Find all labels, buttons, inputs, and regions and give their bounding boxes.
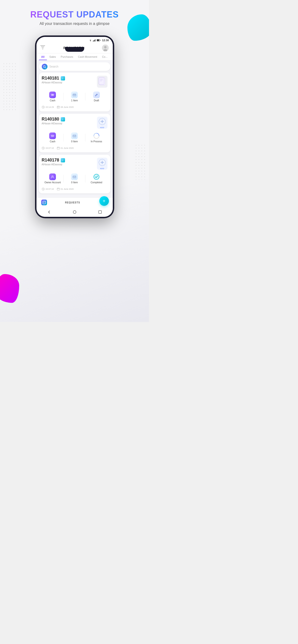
- clock-icon: [42, 188, 45, 190]
- svg-rect-51: [57, 147, 60, 149]
- svg-rect-67: [57, 188, 60, 190]
- svg-rect-7: [100, 40, 100, 41]
- process-icon: [93, 132, 100, 139]
- tab-purchases[interactable]: Purchases: [58, 54, 76, 60]
- svg-line-33: [43, 107, 44, 108]
- time-item: 15:07:10: [42, 188, 54, 190]
- phone-frame: 12:30 REQUESTS: [35, 36, 114, 218]
- svg-rect-3: [94, 40, 95, 42]
- svg-line-12: [45, 67, 46, 68]
- date-text: 01 June 2020: [61, 147, 74, 149]
- android-nav-bar: [37, 208, 113, 217]
- status-time: 12:30: [102, 39, 109, 42]
- nav-requests-label: REQUESTS: [65, 201, 80, 204]
- chevron-badge: ›: [61, 158, 65, 162]
- filter-icon[interactable]: [40, 45, 45, 50]
- fab-add-button[interactable]: +: [99, 196, 109, 206]
- time-text: 15:14:29: [46, 106, 54, 108]
- request-id: R140180: [42, 117, 59, 122]
- tab-all[interactable]: All: [39, 54, 47, 60]
- request-id: R140181: [42, 76, 59, 81]
- avatar[interactable]: [102, 44, 109, 51]
- card-owner: AlHasan AlDasooqi: [42, 163, 65, 166]
- chip-cash: Cash: [42, 131, 64, 144]
- svg-point-62: [93, 174, 100, 180]
- tab-cash-movement[interactable]: Cash Movement: [76, 54, 100, 60]
- android-home-button[interactable]: [72, 210, 77, 214]
- svg-point-0: [90, 41, 91, 42]
- android-recents-button[interactable]: [98, 210, 102, 214]
- chip-owner: Owner Account: [42, 172, 64, 185]
- add-thumb-label: ADD: [100, 126, 104, 129]
- status-icons: [89, 39, 100, 42]
- nav-requests-icon[interactable]: [41, 200, 47, 205]
- item-label: 0 Item: [71, 181, 78, 184]
- phone-notch: [65, 47, 84, 52]
- svg-rect-34: [57, 106, 60, 108]
- completed-label: Completed: [91, 181, 102, 184]
- date-text: 01 June 2020: [61, 188, 74, 190]
- calendar-icon: [57, 146, 60, 150]
- status-bar: 12:30: [37, 37, 113, 43]
- request-id: R140178: [42, 158, 59, 163]
- cash-icon: [49, 92, 56, 98]
- cash-label: Cash: [50, 99, 55, 102]
- card-thumbnail-add: ADD: [97, 158, 107, 170]
- svg-point-43: [52, 135, 53, 136]
- svg-rect-25: [73, 94, 76, 96]
- card-owner: AlHasan AlDasooqi: [42, 81, 65, 84]
- svg-rect-75: [99, 210, 101, 214]
- item-icon: [71, 92, 78, 98]
- bottom-nav: REQUESTS +: [37, 198, 113, 208]
- chip-draft: Draft: [85, 90, 107, 103]
- request-card-r140180[interactable]: R140180 › AlHasan AlDasooqi: [39, 114, 110, 152]
- android-back-button[interactable]: [47, 210, 52, 214]
- date-item: 08 June 2020: [57, 106, 74, 108]
- svg-point-58: [52, 176, 53, 177]
- svg-rect-44: [73, 135, 76, 137]
- card-chips-row: Cash 0 Item: [42, 131, 107, 144]
- tab-sales[interactable]: Sales: [47, 54, 59, 60]
- card-datetime: 15:07:10 01 June 2020: [42, 188, 107, 190]
- search-placeholder: Search: [49, 65, 59, 68]
- svg-rect-2: [94, 40, 94, 42]
- svg-point-9: [104, 46, 106, 48]
- add-thumb-label: ADD: [100, 168, 104, 170]
- item-icon: [71, 132, 78, 139]
- battery-icon: [97, 39, 100, 42]
- time-item: 15:14:29: [42, 106, 54, 108]
- cash-icon: [49, 132, 56, 139]
- request-card-r140178[interactable]: R140178 › AlHasan AlDasooqi: [39, 155, 110, 193]
- chevron-badge: ›: [61, 117, 65, 122]
- item-label: 0 Item: [71, 140, 78, 143]
- card-chips-row: Owner Account 0 Item: [42, 172, 107, 185]
- date-text: 08 June 2020: [61, 106, 74, 108]
- svg-point-74: [73, 210, 76, 214]
- card-thumbnail-document: [97, 76, 107, 88]
- svg-rect-38: [58, 107, 58, 108]
- svg-rect-59: [73, 176, 76, 178]
- wifi-icon: [89, 39, 92, 42]
- chip-item: 1 Item: [64, 90, 85, 103]
- time-text: 15:07:10: [46, 188, 54, 190]
- chip-completed: Completed: [85, 172, 107, 185]
- chip-item: 0 Item: [64, 172, 85, 185]
- calendar-icon: [57, 106, 60, 108]
- chip-cash: Cash: [42, 90, 64, 103]
- chip-inprocess: In Process: [85, 131, 107, 144]
- chip-item: 0 Item: [64, 131, 85, 144]
- calendar-icon: [57, 188, 60, 190]
- card-datetime: 15:07:10 01 June 2020: [42, 146, 107, 150]
- request-card-r140181[interactable]: R140181 › AlHasan AlDasooqi: [39, 73, 110, 112]
- draft-icon: [93, 92, 100, 98]
- search-bar[interactable]: Search: [39, 62, 110, 71]
- card-datetime: 15:14:29 08 June 2020: [42, 106, 107, 108]
- card-owner: AlHasan AlDasooqi: [42, 122, 65, 125]
- clock-icon: [42, 106, 45, 108]
- tab-more[interactable]: Co...: [100, 54, 110, 60]
- svg-rect-4: [95, 39, 95, 42]
- card-thumbnail-add: ADD: [97, 117, 107, 129]
- requests-scroll-area: R140181 › AlHasan AlDasooqi: [37, 73, 113, 198]
- clock-icon: [42, 146, 45, 150]
- page-subtitle: All your transaction requests in a glimp…: [5, 22, 144, 26]
